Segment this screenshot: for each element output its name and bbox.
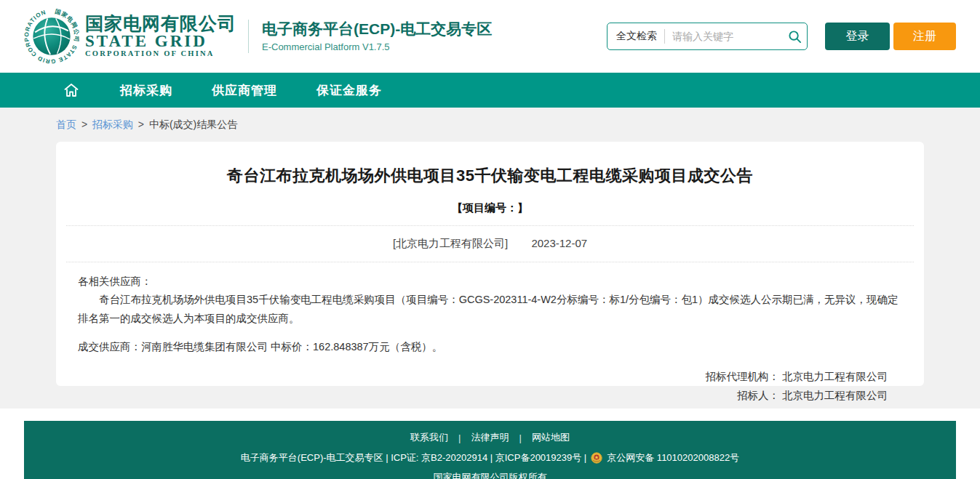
footer-beian-link[interactable]: 京公网安备 11010202008822号 [607, 451, 739, 464]
main-area: 首页 > 招标采购 > 中标(成交)结果公告 奇台江布拉克机场场外供电项目35千… [0, 108, 980, 408]
article-meta: [北京电力工程有限公司] 2023-12-07 [66, 237, 914, 251]
publisher: [北京电力工程有限公司] [393, 237, 508, 249]
footer-link-legal[interactable]: 法律声明 [471, 431, 509, 444]
article-body: 各相关供应商： 奇台江布拉克机场场外供电项目35千伏输变电工程电缆采购项目（项目… [66, 262, 914, 357]
announcement-card: 奇台江布拉克机场场外供电项目35千伏输变电工程电缆采购项目成交公告 【项目编号：… [56, 142, 924, 386]
nav-item-bidding[interactable]: 招标采购 [120, 73, 172, 108]
search-box: 全文检索 [607, 23, 808, 50]
footer: 联系我们 | 法律声明 | 网站地图 电子商务平台(ECP)-电工交易专区 | … [24, 421, 956, 479]
article-title: 奇台江布拉克机场场外供电项目35千伏输变电工程电缆采购项目成交公告 [66, 165, 914, 187]
footer-pipe: | [458, 432, 461, 443]
agency-line: 招标代理机构： 北京电力工程有限公司 [66, 367, 888, 387]
publish-date: 2023-12-07 [531, 237, 587, 249]
footer-link-sitemap[interactable]: 网站地图 [532, 431, 570, 444]
top-header: 国家电网公司 STATE GRID CORPORATION 国家电网有限公司 S… [0, 0, 980, 73]
footer-copyright: 国家电网有限公司版权所有 [24, 471, 956, 479]
platform-title: 电子商务平台(ECP)-电工交易专区 [262, 20, 492, 39]
nav-item-deposit[interactable]: 保证金服务 [316, 73, 382, 108]
search-button[interactable] [782, 23, 807, 49]
breadcrumb-current: 中标(成交)结果公告 [149, 118, 237, 130]
header-divider [248, 20, 249, 53]
tenderee-line: 招标人： 北京电力工程有限公司 [66, 386, 888, 406]
login-button[interactable]: 登录 [825, 23, 890, 50]
breadcrumb: 首页 > 招标采购 > 中标(成交)结果公告 [24, 108, 956, 132]
nav-home-button[interactable] [62, 73, 81, 108]
breadcrumb-section-link[interactable]: 招标采购 [92, 118, 133, 130]
org-name-en-sub: CORPORATION OF CHINA [85, 49, 236, 59]
platform-block: 电子商务平台(ECP)-电工交易专区 E-Commercial Platform… [262, 20, 492, 54]
home-icon [63, 81, 80, 99]
state-grid-logo-icon: 国家电网公司 STATE GRID CORPORATION [24, 9, 79, 64]
footer-icp-text: 电子商务平台(ECP)-电工交易专区 | ICP证: 京B2-20202914 … [241, 451, 586, 464]
salutation: 各相关供应商： [78, 273, 901, 291]
search-scope-label: 全文检索 [607, 30, 664, 43]
police-badge-icon [591, 452, 602, 464]
platform-subtitle: E-Commercial Platform V1.7.5 [262, 41, 492, 53]
nav-item-supplier[interactable]: 供应商管理 [212, 73, 277, 108]
logo-text: 国家电网有限公司 STATE GRID CORPORATION OF CHINA [85, 14, 236, 59]
org-name-cn: 国家电网有限公司 [85, 14, 236, 33]
main-nav: 招标采购 供应商管理 保证金服务 [0, 73, 980, 108]
search-icon [788, 30, 802, 44]
footer-links: 联系我们 | 法律声明 | 网站地图 [24, 431, 956, 444]
footer-link-contact[interactable]: 联系我们 [410, 431, 448, 444]
dotted-divider [66, 225, 914, 226]
award-line: 成交供应商：河南胜华电缆集团有限公司 中标价：162.848387万元（含税）。 [78, 338, 901, 356]
breadcrumb-separator: > [138, 118, 144, 130]
breadcrumb-home-link[interactable]: 首页 [56, 118, 76, 130]
breadcrumb-separator: > [81, 118, 87, 130]
footer-info-line: 电子商务平台(ECP)-电工交易专区 | ICP证: 京B2-20202914 … [24, 451, 956, 464]
register-button[interactable]: 注册 [893, 23, 956, 50]
signature-block: 招标代理机构： 北京电力工程有限公司 招标人： 北京电力工程有限公司 [66, 357, 914, 406]
footer-pipe: | [519, 432, 522, 443]
org-name-en: STATE GRID [85, 33, 236, 49]
body-paragraph: 奇台江布拉克机场场外供电项目35千伏输变电工程电缆采购项目（项目编号：GCGS-… [78, 291, 901, 328]
search-input[interactable] [665, 31, 782, 42]
project-number-line: 【项目编号：】 [66, 201, 914, 215]
